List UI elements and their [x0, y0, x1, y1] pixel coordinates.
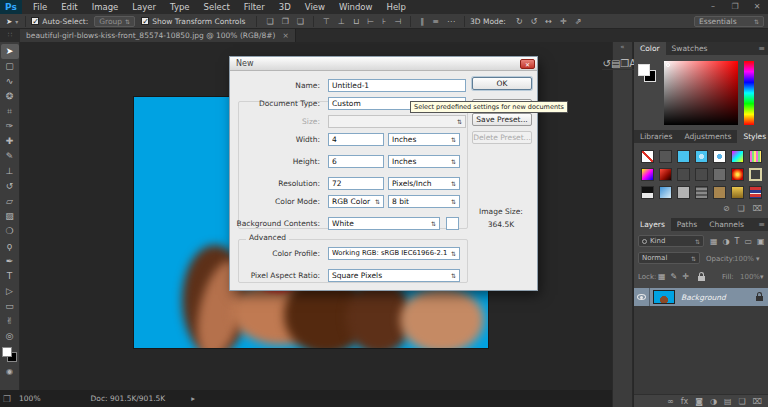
menu-item[interactable]: Image [85, 0, 126, 14]
filter-type-layers-icon[interactable]: T [735, 237, 740, 246]
brush-tool[interactable]: ✎ [1, 149, 19, 164]
distribute-vertical-icon[interactable]: ⊦ [382, 14, 386, 29]
align-horizontal-centers-icon[interactable]: ❐ [282, 14, 289, 29]
menu-item[interactable]: Layer [125, 0, 163, 14]
filter-smart-objects-icon[interactable]: ▣ [757, 237, 765, 246]
resolution-input[interactable] [328, 177, 384, 190]
style-swatch[interactable] [749, 150, 762, 163]
layer-group-icon[interactable]: ▤ [724, 397, 732, 406]
status-menu-arrow-icon[interactable]: ▸ [191, 394, 195, 403]
style-swatch-none[interactable] [641, 150, 654, 163]
rectangular-marquee-tool[interactable]: ▢ [1, 59, 19, 74]
lock-all-icon[interactable] [698, 276, 705, 281]
menu-item[interactable]: File [26, 0, 54, 14]
auto-select-checkbox[interactable]: ✓ [31, 17, 39, 25]
distribute-spacing-icon[interactable]: ≡ [432, 14, 439, 29]
delete-style-icon[interactable]: ⌧ [753, 204, 762, 213]
blur-tool[interactable]: ❍ [1, 224, 19, 239]
layer-visibility-cell[interactable] [634, 288, 650, 306]
minimize-button[interactable]: – [702, 0, 724, 14]
3d-scale-icon[interactable]: ⇗ [575, 14, 582, 29]
distribute-top-icon[interactable]: ⊢ [367, 14, 374, 29]
rectangle-tool[interactable]: ▭ [1, 299, 19, 314]
dodge-tool[interactable]: ϙ [1, 239, 19, 254]
align-left-edges-icon[interactable]: ❏ [266, 14, 273, 29]
style-swatch[interactable] [731, 150, 744, 163]
align-top-edges-icon[interactable]: ⊤ [323, 14, 330, 29]
type-tool[interactable]: T [1, 269, 19, 284]
menu-item[interactable]: 3D [272, 0, 298, 14]
menu-item[interactable]: Filter [237, 0, 272, 14]
new-layer-icon[interactable]: ❏ [739, 397, 746, 406]
layer-thumbnail[interactable] [653, 290, 675, 304]
lock-transparency-icon[interactable]: ▦ [658, 272, 666, 281]
workspace-switcher[interactable]: Essentials ⇅ [694, 16, 764, 27]
style-swatch[interactable] [695, 186, 708, 199]
lasso-tool[interactable]: ∿ [1, 74, 19, 89]
adjustment-layer-icon[interactable]: ◑ [710, 397, 717, 406]
layer-mask-icon[interactable]: ◙ [695, 397, 703, 406]
eyedropper-tool[interactable]: ✑ [1, 119, 19, 134]
color-profile-dropdown[interactable]: Working RGB: sRGB IEC61966-2.1 ⇅ [328, 247, 460, 260]
tab-adjustments[interactable]: Adjustments [678, 130, 737, 143]
hand-tool[interactable]: ✌ [1, 314, 19, 329]
tool-preset-picker[interactable]: ➤ ▾ [6, 17, 18, 26]
saturation-brightness-field[interactable] [664, 61, 738, 125]
properties-panel-icon[interactable]: ▤ [611, 58, 620, 70]
menu-item[interactable]: View [298, 0, 332, 14]
style-swatch[interactable] [677, 150, 690, 163]
gradient-tool[interactable]: ▨ [1, 209, 19, 224]
3d-rotate-icon[interactable]: ↻ [516, 14, 523, 29]
filter-shape-layers-icon[interactable]: ▭ [744, 237, 752, 246]
dialog-close-button[interactable]: ✕ [520, 59, 535, 69]
distribute-horizontal-icon[interactable]: ∥ [420, 14, 424, 29]
style-swatch[interactable] [749, 168, 762, 181]
filter-pixel-layers-icon[interactable]: ▦ [710, 237, 718, 246]
opacity-value[interactable]: 100% [734, 255, 754, 263]
history-brush-tool[interactable]: ↺ [1, 179, 19, 194]
3d-roll-icon[interactable]: ↺ [531, 14, 538, 29]
style-swatch[interactable] [677, 186, 690, 199]
color-depth-dropdown[interactable]: 8 bit ⇅ [388, 195, 460, 208]
menu-item[interactable]: Select [197, 0, 237, 14]
panel-menu-icon[interactable]: ≡ [758, 218, 765, 231]
move-tool[interactable]: ➤ [1, 44, 19, 59]
lock-position-icon[interactable]: ✛ [682, 272, 689, 281]
background-contents-dropdown[interactable]: White ⇅ [328, 217, 440, 230]
pixel-aspect-ratio-dropdown[interactable]: Square Pixels ⇅ [328, 269, 460, 282]
foreground-background-swatches[interactable] [2, 347, 18, 363]
menu-item[interactable]: Help [380, 0, 413, 14]
align-vertical-centers-icon[interactable]: ⊥ [338, 14, 345, 29]
layer-comps-panel-icon[interactable]: ❐ [620, 58, 629, 70]
foreground-color-swatch[interactable] [638, 64, 650, 76]
align-bottom-edges-icon[interactable]: ⊔ [353, 14, 359, 29]
new-style-icon[interactable]: ❏ [738, 204, 745, 213]
filter-adjustment-layers-icon[interactable]: ◑ [723, 237, 730, 246]
style-swatch[interactable] [713, 186, 726, 199]
background-color-swatch[interactable] [446, 217, 459, 230]
auto-select-group-dropdown[interactable]: Group⇅ [94, 16, 135, 27]
resolution-unit-dropdown[interactable]: Pixels/Inch ⇅ [388, 177, 460, 190]
zoom-level-field[interactable]: 100% [19, 394, 40, 403]
quick-mask-icon[interactable]: ◉ [6, 367, 13, 376]
style-swatch[interactable] [641, 168, 654, 181]
layer-effects-icon[interactable]: fx [681, 397, 689, 406]
restore-button[interactable]: ❐ [724, 0, 746, 14]
zoom-tool[interactable]: ◎ [1, 329, 19, 344]
style-swatch[interactable] [641, 186, 654, 199]
ok-button[interactable]: OK [472, 77, 532, 90]
style-swatch[interactable] [659, 186, 672, 199]
style-swatch[interactable] [713, 168, 726, 181]
menu-item[interactable]: Window [332, 0, 380, 14]
expand-panels-icon[interactable]: « [620, 42, 624, 52]
eraser-tool[interactable]: ▱ [1, 194, 19, 209]
crop-tool[interactable]: ⌗ [1, 104, 19, 119]
tab-swatches[interactable]: Swatches [666, 42, 714, 55]
save-preset-button[interactable]: Save Preset... [472, 113, 532, 126]
fill-value[interactable]: 100% [740, 273, 760, 281]
width-input[interactable] [328, 133, 384, 146]
style-swatch[interactable] [731, 168, 744, 181]
tab-channels[interactable]: Channels [703, 218, 750, 231]
width-unit-dropdown[interactable]: Inches ⇅ [388, 133, 460, 146]
height-input[interactable] [328, 155, 384, 168]
